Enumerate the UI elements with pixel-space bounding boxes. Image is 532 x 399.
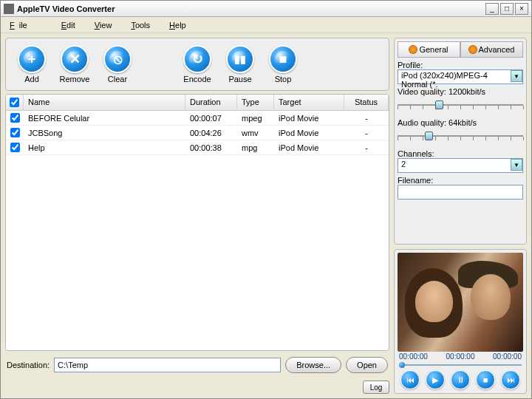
minimize-button[interactable]: _ <box>485 3 499 15</box>
filename-label: Filename: <box>398 176 523 185</box>
profile-label: Profile: <box>398 61 523 69</box>
cell-target: iPod Movie <box>274 142 344 154</box>
cell-target: iPod Movie <box>274 127 344 139</box>
time-start: 00:00:00 <box>399 352 428 361</box>
gear-icon <box>469 46 477 53</box>
cell-name: BEFORE Celular <box>24 112 185 124</box>
titlebar: AppleTV Video Converter _ □ × <box>1 1 531 17</box>
clear-icon: ⦸ <box>105 47 130 72</box>
player-pause-button[interactable]: ⏸ <box>451 370 470 389</box>
next-button[interactable]: ⏭ <box>501 370 520 389</box>
pause-icon: ▮▮ <box>228 47 253 72</box>
plus-icon: + <box>19 47 44 72</box>
cell-name: JCBSong <box>24 127 185 139</box>
destination-bar: Destination: Browse... Open <box>5 354 389 376</box>
table-row[interactable]: Help00:00:38mpgiPod Movie- <box>6 140 389 155</box>
app-icon <box>4 4 14 14</box>
cell-type: wmv <box>237 127 274 139</box>
prev-button[interactable]: ⏮ <box>400 370 420 389</box>
col-type[interactable]: Type <box>237 95 274 110</box>
cell-type: mpeg <box>237 112 274 124</box>
col-duration[interactable]: Duration <box>185 95 237 110</box>
pause-button[interactable]: ▮▮Pause <box>219 45 262 83</box>
remove-button[interactable]: ✕Remove <box>53 45 96 83</box>
menu-help[interactable]: Help <box>165 21 201 30</box>
browse-button[interactable]: Browse... <box>285 357 341 373</box>
menu-tools[interactable]: Tools <box>126 21 165 30</box>
encode-button[interactable]: ↻Encode <box>176 45 219 83</box>
audio-quality-label: Audio quality: 64kbit/s <box>398 118 523 127</box>
table-row[interactable]: JCBSong00:04:26wmviPod Movie- <box>6 126 389 140</box>
add-button[interactable]: +Add <box>10 45 53 83</box>
play-icon: ▶ <box>432 375 438 385</box>
stop-button[interactable]: ■Stop <box>262 45 304 83</box>
pause-icon: ⏸ <box>457 375 465 384</box>
cell-duration: 00:00:38 <box>185 142 237 154</box>
col-target[interactable]: Target <box>274 95 344 110</box>
prev-icon: ⏮ <box>406 375 415 384</box>
player-stop-button[interactable]: ■ <box>476 370 495 389</box>
menu-view[interactable]: View <box>90 21 127 30</box>
log-button[interactable]: Log <box>363 381 389 394</box>
menu-file[interactable]: File <box>5 21 57 30</box>
menu-edit[interactable]: Edit <box>57 21 90 30</box>
cell-type: mpg <box>237 142 274 154</box>
maximize-button[interactable]: □ <box>500 3 514 15</box>
encode-icon: ↻ <box>185 47 210 72</box>
audio-quality-slider[interactable] <box>398 130 523 142</box>
cell-status: - <box>344 142 389 154</box>
open-button[interactable]: Open <box>346 357 388 373</box>
play-button[interactable]: ▶ <box>426 370 445 389</box>
time-end: 00:00:00 <box>493 352 522 361</box>
gear-icon <box>409 46 417 53</box>
row-checkbox[interactable] <box>10 113 20 123</box>
file-table: Name Duration Type Target Status BEFORE … <box>5 94 389 351</box>
toolbar: +Add ✕Remove ⦸Clear ↻Encode ▮▮Pause ■Sto… <box>5 38 389 91</box>
stop-icon: ■ <box>270 47 296 72</box>
filename-input[interactable] <box>398 185 523 200</box>
row-checkbox[interactable] <box>10 128 20 137</box>
video-quality-slider[interactable] <box>398 99 523 111</box>
cell-status: - <box>344 112 389 124</box>
channels-select[interactable]: 2 <box>398 158 523 173</box>
close-button[interactable]: × <box>515 3 528 15</box>
table-row[interactable]: BEFORE Celular00:00:07mpegiPod Movie- <box>6 111 389 126</box>
tab-general[interactable]: General <box>398 41 460 58</box>
destination-label: Destination: <box>7 361 50 369</box>
cell-status: - <box>344 127 389 139</box>
select-all-checkbox[interactable] <box>10 98 19 107</box>
cell-name: Help <box>24 142 185 154</box>
destination-input[interactable] <box>54 358 281 372</box>
dropdown-arrow-icon[interactable]: ▼ <box>511 159 522 171</box>
menubar: File Edit View Tools Help <box>1 17 531 33</box>
cell-target: iPod Movie <box>274 112 344 124</box>
preview-image <box>398 253 523 352</box>
clear-button[interactable]: ⦸Clear <box>96 45 139 83</box>
col-status[interactable]: Status <box>344 95 389 110</box>
col-name[interactable]: Name <box>24 95 185 110</box>
profile-select[interactable]: iPod (320x240)MPEG-4 Normal (*. <box>398 69 523 84</box>
preview-slider[interactable] <box>399 361 522 369</box>
cell-duration: 00:00:07 <box>185 112 237 124</box>
tab-advanced[interactable]: Advanced <box>460 41 523 58</box>
cell-duration: 00:04:26 <box>185 127 237 139</box>
dropdown-arrow-icon[interactable]: ▼ <box>511 70 522 82</box>
time-mid: 00:00:00 <box>446 352 475 361</box>
row-checkbox[interactable] <box>10 143 20 152</box>
stop-icon: ■ <box>483 375 488 384</box>
next-icon: ⏭ <box>507 375 515 384</box>
window-title: AppleTV Video Converter <box>17 4 485 13</box>
x-icon: ✕ <box>62 47 87 72</box>
channels-label: Channels: <box>398 149 523 158</box>
